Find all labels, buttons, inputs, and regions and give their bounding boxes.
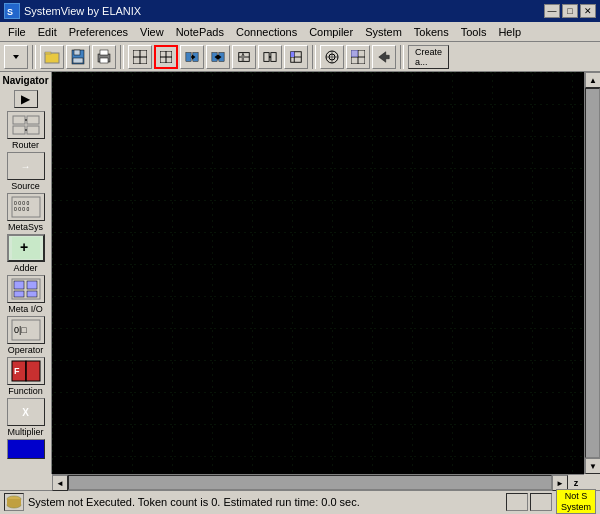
svg-rect-7 [73, 58, 83, 63]
menu-view[interactable]: View [134, 22, 170, 41]
horizontal-scrollbar: ◄ ► z [52, 474, 584, 490]
svg-text:0 0 0 0: 0 0 0 0 [14, 206, 30, 212]
sidebar-item-metasys[interactable]: 0 0 0 0 0 0 0 0 MetaSys [3, 193, 49, 232]
sidebar-item-function[interactable]: F Function [3, 357, 49, 396]
tb-open[interactable] [40, 45, 64, 69]
time-box-1 [506, 493, 528, 511]
scroll-up-button[interactable]: ▲ [585, 72, 600, 88]
menu-tokens[interactable]: Tokens [408, 22, 455, 41]
status-text: System not Executed. Token count is 0. E… [28, 496, 502, 508]
menu-connections[interactable]: Connections [230, 22, 303, 41]
svg-marker-44 [379, 51, 390, 62]
scroll-track-vertical[interactable] [585, 88, 600, 458]
menu-file[interactable]: File [2, 22, 32, 41]
status-icon [4, 493, 24, 511]
sidebar-item-bluebox[interactable] [3, 439, 49, 459]
svg-rect-68 [52, 72, 584, 474]
menu-compiler[interactable]: Compiler [303, 22, 359, 41]
function-icon: F [7, 357, 45, 385]
tb-grid3[interactable] [346, 45, 370, 69]
tb-grid2[interactable] [154, 45, 178, 69]
tb-icon4[interactable] [206, 45, 230, 69]
bluebox-icon [7, 439, 45, 459]
source-label: Source [11, 181, 40, 191]
menu-help[interactable]: Help [492, 22, 527, 41]
operator-icon: 0|□ [7, 316, 45, 344]
svg-rect-30 [271, 52, 276, 61]
tb-print[interactable] [92, 45, 116, 69]
adder-icon: + [7, 234, 45, 262]
multiplier-label: Multiplier [7, 427, 43, 437]
svg-rect-3 [45, 53, 59, 63]
maximize-button[interactable]: □ [562, 4, 578, 18]
badge-line2: System [561, 502, 591, 512]
tb-sep2 [120, 45, 124, 69]
svg-rect-43 [351, 50, 358, 57]
svg-rect-46 [27, 116, 39, 124]
time-indicators [506, 493, 552, 511]
router-icon [7, 111, 45, 139]
tb-arrow[interactable] [372, 45, 396, 69]
adder-label: Adder [13, 263, 37, 273]
canvas-area[interactable] [52, 72, 584, 474]
tb-icon7[interactable] [284, 45, 308, 69]
title-bar: S SystemView by ELANIX — □ ✕ [0, 0, 600, 22]
multiplier-icon: X [7, 398, 45, 426]
status-bar: System not Executed. Token count is 0. E… [0, 490, 600, 512]
scroll-track-horizontal[interactable] [68, 475, 552, 490]
menu-edit[interactable]: Edit [32, 22, 63, 41]
scroll-left-button[interactable]: ◄ [52, 475, 68, 491]
sidebar-item-adder[interactable]: + Adder [3, 234, 49, 273]
menu-system[interactable]: System [359, 22, 408, 41]
status-badge: Not S System [556, 489, 596, 514]
nav-arrow[interactable]: ▶ [14, 90, 38, 108]
window-controls: — □ ✕ [544, 4, 596, 18]
sidebar-header: Navigator [2, 74, 49, 87]
sidebar-item-operator[interactable]: 0|□ Operator [3, 316, 49, 355]
close-button[interactable]: ✕ [580, 4, 596, 18]
sidebar-item-source[interactable]: → Source [3, 152, 49, 191]
tb-sep3 [312, 45, 316, 69]
minimize-button[interactable]: — [544, 4, 560, 18]
tb-sep4 [400, 45, 404, 69]
svg-rect-58 [27, 281, 37, 289]
tb-icon6[interactable] [258, 45, 282, 69]
svg-rect-57 [14, 281, 24, 289]
menu-tools[interactable]: Tools [455, 22, 493, 41]
svg-text:A: A [241, 52, 244, 57]
tb-dropdown[interactable] [4, 45, 28, 69]
sidebar-item-metaio[interactable]: Meta I/O [3, 275, 49, 314]
svg-rect-4 [45, 52, 51, 54]
svg-rect-10 [100, 58, 108, 63]
scroll-down-button[interactable]: ▼ [585, 458, 600, 474]
svg-rect-47 [13, 126, 25, 134]
menu-bar: File Edit Preferences View NotePads Conn… [0, 22, 600, 42]
tb-icon5[interactable]: A B [232, 45, 256, 69]
metasys-label: MetaSys [8, 222, 43, 232]
tb-target[interactable] [320, 45, 344, 69]
tb-save[interactable] [66, 45, 90, 69]
metaio-icon [7, 275, 45, 303]
tb-icon3[interactable] [180, 45, 204, 69]
tb-create[interactable]: Create a... [408, 45, 449, 69]
time-box-2 [530, 493, 552, 511]
sidebar-item-multiplier[interactable]: X Multiplier [3, 398, 49, 437]
menu-notepads[interactable]: NotePads [170, 22, 230, 41]
grid-svg [52, 72, 584, 474]
sidebar-item-router[interactable]: Router [3, 111, 49, 150]
metasys-icon: 0 0 0 0 0 0 0 0 [7, 193, 45, 221]
metaio-label: Meta I/O [8, 304, 43, 314]
tb-grid1[interactable] [128, 45, 152, 69]
svg-rect-48 [27, 126, 39, 134]
svg-rect-6 [74, 50, 80, 55]
toolbar: A B [0, 42, 600, 72]
menu-preferences[interactable]: Preferences [63, 22, 134, 41]
source-icon: → [7, 152, 45, 180]
vertical-scrollbar: ▲ ▼ [584, 72, 600, 474]
svg-rect-64 [26, 361, 40, 381]
svg-rect-60 [27, 291, 37, 297]
svg-text:S: S [7, 7, 13, 17]
app-icon: S [4, 3, 20, 19]
svg-rect-29 [264, 52, 269, 61]
svg-rect-45 [13, 116, 25, 124]
